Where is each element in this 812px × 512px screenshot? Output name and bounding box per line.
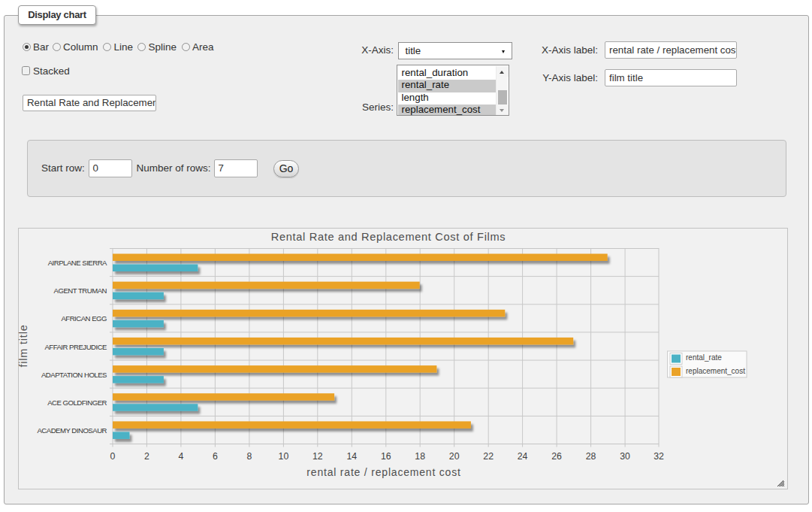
svg-text:6: 6: [213, 451, 218, 462]
svg-text:28: 28: [586, 451, 596, 462]
svg-text:AFFAIR PREJUDICE: AFFAIR PREJUDICE: [44, 343, 107, 351]
svg-text:rental rate / replacement cost: rental rate / replacement cost: [306, 466, 460, 478]
svg-text:2: 2: [144, 451, 149, 462]
svg-text:replacement_cost: replacement_cost: [686, 367, 745, 375]
svg-text:30: 30: [620, 451, 630, 462]
svg-text:22: 22: [483, 451, 494, 462]
svg-text:20: 20: [449, 451, 460, 462]
svg-text:AGENT TRUMAN: AGENT TRUMAN: [54, 286, 107, 295]
svg-text:rental_rate: rental_rate: [686, 353, 722, 362]
svg-text:AFRICAN EGG: AFRICAN EGG: [61, 314, 107, 323]
svg-text:12: 12: [312, 451, 323, 462]
svg-text:AIRPLANE SIERRA: AIRPLANE SIERRA: [48, 259, 107, 267]
svg-text:Rental Rate and Replacement Co: Rental Rate and Replacement Cost of Film…: [271, 231, 506, 243]
svg-text:4: 4: [178, 451, 183, 462]
svg-text:10: 10: [279, 451, 289, 462]
svg-text:24: 24: [518, 451, 528, 462]
svg-text:18: 18: [415, 451, 425, 462]
svg-text:16: 16: [381, 451, 391, 462]
svg-text:8: 8: [246, 451, 252, 462]
svg-text:14: 14: [346, 451, 357, 462]
svg-text:ACE GOLDFINGER: ACE GOLDFINGER: [47, 398, 107, 407]
svg-text:ADAPTATION HOLES: ADAPTATION HOLES: [41, 371, 107, 379]
svg-text:0: 0: [110, 451, 116, 462]
svg-text:26: 26: [551, 451, 562, 462]
svg-text:film title: film title: [18, 324, 29, 367]
svg-text:32: 32: [654, 451, 664, 462]
svg-text:ACADEMY DINOSAUR: ACADEMY DINOSAUR: [37, 426, 107, 435]
